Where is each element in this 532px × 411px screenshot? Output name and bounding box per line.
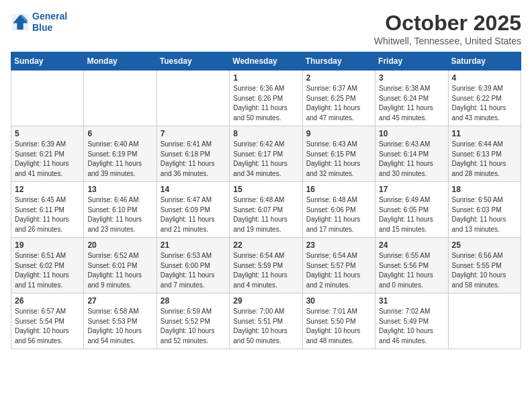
day-number: 17 — [379, 185, 444, 194]
day-number: 15 — [233, 185, 298, 194]
cell-content: Sunrise: 6:54 AMSunset: 5:59 PMDaylight:… — [233, 251, 298, 290]
calendar-cell: 2Sunrise: 6:37 AMSunset: 6:25 PMDaylight… — [302, 71, 375, 126]
weekday-header-saturday: Saturday — [448, 52, 521, 71]
calendar-cell — [448, 293, 521, 349]
cell-content: Sunrise: 6:43 AMSunset: 6:14 PMDaylight:… — [379, 140, 444, 179]
day-number: 28 — [161, 296, 226, 306]
calendar-cell: 16Sunrise: 6:48 AMSunset: 6:06 PMDayligh… — [302, 182, 375, 238]
day-number: 31 — [379, 296, 444, 306]
cell-content: Sunrise: 6:46 AMSunset: 6:10 PMDaylight:… — [87, 195, 152, 234]
day-number: 22 — [233, 240, 298, 250]
day-number: 19 — [15, 240, 80, 250]
logo-icon — [11, 13, 30, 32]
cell-content: Sunrise: 6:44 AMSunset: 6:13 PMDaylight:… — [452, 140, 517, 179]
calendar-cell: 25Sunrise: 6:56 AMSunset: 5:55 PMDayligh… — [448, 238, 521, 293]
cell-content: Sunrise: 6:42 AMSunset: 6:17 PMDaylight:… — [233, 140, 298, 179]
calendar-cell: 20Sunrise: 6:52 AMSunset: 6:01 PMDayligh… — [84, 238, 157, 293]
calendar-cell: 26Sunrise: 6:57 AMSunset: 5:54 PMDayligh… — [11, 293, 84, 349]
calendar-cell: 10Sunrise: 6:43 AMSunset: 6:14 PMDayligh… — [375, 126, 448, 182]
calendar-cell — [157, 71, 229, 126]
calendar-cell: 15Sunrise: 6:48 AMSunset: 6:07 PMDayligh… — [230, 182, 302, 238]
calendar-cell: 7Sunrise: 6:41 AMSunset: 6:18 PMDaylight… — [157, 126, 229, 182]
calendar-cell: 4Sunrise: 6:39 AMSunset: 6:22 PMDaylight… — [448, 71, 521, 126]
location: Whitwell, Tennessee, United States — [374, 36, 521, 46]
calendar-week-row: 1Sunrise: 6:36 AMSunset: 6:26 PMDaylight… — [11, 71, 521, 126]
weekday-header-tuesday: Tuesday — [157, 52, 229, 71]
calendar-cell: 31Sunrise: 7:02 AMSunset: 5:49 PMDayligh… — [375, 293, 448, 349]
cell-content: Sunrise: 6:40 AMSunset: 6:19 PMDaylight:… — [87, 140, 152, 179]
cell-content: Sunrise: 6:57 AMSunset: 5:54 PMDaylight:… — [15, 307, 80, 346]
cell-content: Sunrise: 6:50 AMSunset: 6:03 PMDaylight:… — [452, 195, 517, 234]
calendar-cell: 14Sunrise: 6:47 AMSunset: 6:09 PMDayligh… — [157, 182, 229, 238]
cell-content: Sunrise: 6:49 AMSunset: 6:05 PMDaylight:… — [379, 195, 444, 234]
calendar-cell: 18Sunrise: 6:50 AMSunset: 6:03 PMDayligh… — [448, 182, 521, 238]
day-number: 11 — [452, 129, 517, 138]
day-number: 5 — [15, 129, 80, 138]
calendar-cell: 24Sunrise: 6:55 AMSunset: 5:56 PMDayligh… — [375, 238, 448, 293]
calendar-cell: 22Sunrise: 6:54 AMSunset: 5:59 PMDayligh… — [230, 238, 302, 293]
day-number: 25 — [452, 240, 517, 250]
day-number: 7 — [161, 129, 226, 138]
day-number: 14 — [161, 185, 226, 194]
day-number: 26 — [15, 296, 80, 306]
calendar-cell: 28Sunrise: 6:59 AMSunset: 5:52 PMDayligh… — [157, 293, 229, 349]
calendar-cell — [11, 71, 84, 126]
cell-content: Sunrise: 7:00 AMSunset: 5:51 PMDaylight:… — [233, 307, 298, 346]
day-number: 29 — [233, 296, 298, 306]
weekday-header-row: SundayMondayTuesdayWednesdayThursdayFrid… — [11, 52, 521, 71]
calendar-cell: 19Sunrise: 6:51 AMSunset: 6:02 PMDayligh… — [11, 238, 84, 293]
weekday-header-sunday: Sunday — [11, 52, 84, 71]
cell-content: Sunrise: 7:02 AMSunset: 5:49 PMDaylight:… — [379, 307, 444, 346]
cell-content: Sunrise: 6:36 AMSunset: 6:26 PMDaylight:… — [233, 84, 298, 123]
day-number: 2 — [306, 73, 371, 83]
page-header: General Blue October 2025 Whitwell, Tenn… — [11, 11, 521, 46]
calendar-cell: 29Sunrise: 7:00 AMSunset: 5:51 PMDayligh… — [230, 293, 302, 349]
month-title: October 2025 — [374, 11, 521, 36]
calendar-cell: 11Sunrise: 6:44 AMSunset: 6:13 PMDayligh… — [448, 126, 521, 182]
day-number: 30 — [306, 296, 371, 306]
logo-line2: Blue — [32, 22, 52, 33]
day-number: 24 — [379, 240, 444, 250]
calendar-week-row: 5Sunrise: 6:39 AMSunset: 6:21 PMDaylight… — [11, 126, 521, 182]
cell-content: Sunrise: 6:55 AMSunset: 5:56 PMDaylight:… — [379, 251, 444, 290]
calendar-cell: 17Sunrise: 6:49 AMSunset: 6:05 PMDayligh… — [375, 182, 448, 238]
cell-content: Sunrise: 6:47 AMSunset: 6:09 PMDaylight:… — [161, 195, 226, 234]
day-number: 8 — [233, 129, 298, 138]
cell-content: Sunrise: 6:52 AMSunset: 6:01 PMDaylight:… — [87, 251, 152, 290]
day-number: 10 — [379, 129, 444, 138]
cell-content: Sunrise: 7:01 AMSunset: 5:50 PMDaylight:… — [306, 307, 371, 346]
calendar-cell: 21Sunrise: 6:53 AMSunset: 6:00 PMDayligh… — [157, 238, 229, 293]
weekday-header-thursday: Thursday — [302, 52, 375, 71]
calendar-cell: 12Sunrise: 6:45 AMSunset: 6:11 PMDayligh… — [11, 182, 84, 238]
day-number: 18 — [452, 185, 517, 194]
cell-content: Sunrise: 6:38 AMSunset: 6:24 PMDaylight:… — [379, 84, 444, 123]
calendar-cell: 30Sunrise: 7:01 AMSunset: 5:50 PMDayligh… — [302, 293, 375, 349]
calendar-cell: 8Sunrise: 6:42 AMSunset: 6:17 PMDaylight… — [230, 126, 302, 182]
cell-content: Sunrise: 6:48 AMSunset: 6:06 PMDaylight:… — [306, 195, 371, 234]
day-number: 20 — [87, 240, 152, 250]
day-number: 13 — [87, 185, 152, 194]
cell-content: Sunrise: 6:43 AMSunset: 6:15 PMDaylight:… — [306, 140, 371, 179]
day-number: 1 — [233, 73, 298, 83]
calendar-cell: 5Sunrise: 6:39 AMSunset: 6:21 PMDaylight… — [11, 126, 84, 182]
weekday-header-wednesday: Wednesday — [230, 52, 302, 71]
cell-content: Sunrise: 6:56 AMSunset: 5:55 PMDaylight:… — [452, 251, 517, 290]
day-number: 9 — [306, 129, 371, 138]
day-number: 12 — [15, 185, 80, 194]
cell-content: Sunrise: 6:48 AMSunset: 6:07 PMDaylight:… — [233, 195, 298, 234]
calendar-week-row: 19Sunrise: 6:51 AMSunset: 6:02 PMDayligh… — [11, 238, 521, 293]
calendar-cell — [84, 71, 157, 126]
calendar-cell: 9Sunrise: 6:43 AMSunset: 6:15 PMDaylight… — [302, 126, 375, 182]
title-block: October 2025 Whitwell, Tennessee, United… — [374, 11, 521, 46]
cell-content: Sunrise: 6:53 AMSunset: 6:00 PMDaylight:… — [161, 251, 226, 290]
cell-content: Sunrise: 6:58 AMSunset: 5:53 PMDaylight:… — [87, 307, 152, 346]
cell-content: Sunrise: 6:37 AMSunset: 6:25 PMDaylight:… — [306, 84, 371, 123]
day-number: 27 — [87, 296, 152, 306]
calendar-cell: 1Sunrise: 6:36 AMSunset: 6:26 PMDaylight… — [230, 71, 302, 126]
calendar-week-row: 12Sunrise: 6:45 AMSunset: 6:11 PMDayligh… — [11, 182, 521, 238]
logo: General Blue — [11, 11, 67, 34]
day-number: 4 — [452, 73, 517, 83]
calendar-cell: 27Sunrise: 6:58 AMSunset: 5:53 PMDayligh… — [84, 293, 157, 349]
weekday-header-monday: Monday — [84, 52, 157, 71]
weekday-header-friday: Friday — [375, 52, 448, 71]
